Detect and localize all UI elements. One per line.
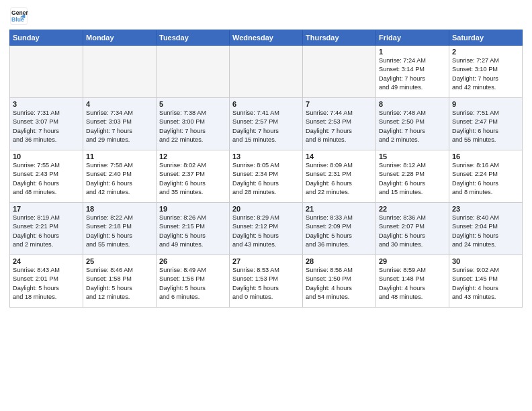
calendar-cell [10, 46, 83, 98]
weekday-header-row: SundayMondayTuesdayWednesdayThursdayFrid… [10, 30, 523, 46]
week-row-4: 17Sunrise: 8:19 AM Sunset: 2:21 PM Dayli… [10, 203, 523, 255]
day-number: 6 [232, 100, 300, 108]
week-row-2: 3Sunrise: 7:31 AM Sunset: 3:07 PM Daylig… [10, 98, 523, 150]
day-number: 1 [379, 48, 446, 56]
day-info: Sunrise: 8:12 AM Sunset: 2:28 PM Dayligh… [379, 161, 446, 197]
day-info: Sunrise: 8:26 AM Sunset: 2:15 PM Dayligh… [159, 214, 226, 249]
day-number: 12 [159, 152, 226, 161]
day-number: 17 [13, 205, 80, 213]
calendar-cell: 29Sunrise: 8:59 AM Sunset: 1:48 PM Dayli… [376, 255, 449, 308]
day-number: 2 [452, 48, 519, 56]
day-info: Sunrise: 7:38 AM Sunset: 3:00 PM Dayligh… [159, 109, 226, 144]
day-number: 7 [306, 100, 373, 108]
day-info: Sunrise: 9:02 AM Sunset: 1:45 PM Dayligh… [452, 266, 519, 302]
day-number: 5 [159, 100, 226, 108]
calendar-cell: 23Sunrise: 8:40 AM Sunset: 2:04 PM Dayli… [449, 203, 523, 255]
day-info: Sunrise: 8:53 AM Sunset: 1:53 PM Dayligh… [232, 266, 300, 302]
calendar-cell: 1Sunrise: 7:24 AM Sunset: 3:14 PM Daylig… [376, 46, 449, 98]
calendar-cell: 25Sunrise: 8:46 AM Sunset: 1:58 PM Dayli… [83, 255, 157, 308]
week-row-3: 10Sunrise: 7:55 AM Sunset: 2:43 PM Dayli… [10, 150, 523, 203]
calendar-cell [83, 46, 157, 98]
calendar-cell: 6Sunrise: 7:41 AM Sunset: 2:57 PM Daylig… [230, 98, 303, 150]
weekday-header-sunday: Sunday [10, 30, 83, 46]
day-info: Sunrise: 8:29 AM Sunset: 2:12 PM Dayligh… [232, 214, 300, 249]
calendar-cell [230, 46, 303, 98]
day-info: Sunrise: 7:55 AM Sunset: 2:43 PM Dayligh… [13, 161, 80, 197]
day-info: Sunrise: 7:34 AM Sunset: 3:03 PM Dayligh… [86, 109, 153, 144]
calendar-cell [303, 46, 376, 98]
day-number: 29 [379, 257, 446, 265]
calendar-cell: 14Sunrise: 8:09 AM Sunset: 2:31 PM Dayli… [303, 150, 376, 203]
day-number: 13 [232, 152, 300, 161]
calendar-cell: 7Sunrise: 7:44 AM Sunset: 2:53 PM Daylig… [303, 98, 376, 150]
weekday-header-friday: Friday [376, 30, 449, 46]
calendar-cell: 3Sunrise: 7:31 AM Sunset: 3:07 PM Daylig… [10, 98, 83, 150]
calendar-cell: 12Sunrise: 8:02 AM Sunset: 2:37 PM Dayli… [157, 150, 230, 203]
svg-text:Blue: Blue [11, 16, 24, 23]
calendar-cell: 28Sunrise: 8:56 AM Sunset: 1:50 PM Dayli… [303, 255, 376, 308]
calendar-cell: 24Sunrise: 8:43 AM Sunset: 2:01 PM Dayli… [10, 255, 83, 308]
day-number: 19 [159, 205, 226, 213]
weekday-header-wednesday: Wednesday [230, 30, 303, 46]
day-number: 9 [452, 100, 519, 108]
day-info: Sunrise: 7:31 AM Sunset: 3:07 PM Dayligh… [13, 109, 80, 144]
day-number: 28 [306, 257, 373, 265]
day-number: 15 [379, 152, 446, 161]
day-info: Sunrise: 8:09 AM Sunset: 2:31 PM Dayligh… [306, 161, 373, 197]
calendar-cell: 5Sunrise: 7:38 AM Sunset: 3:00 PM Daylig… [157, 98, 230, 150]
calendar-cell: 20Sunrise: 8:29 AM Sunset: 2:12 PM Dayli… [230, 203, 303, 255]
weekday-header-monday: Monday [83, 30, 157, 46]
day-number: 20 [232, 205, 300, 213]
day-info: Sunrise: 7:58 AM Sunset: 2:40 PM Dayligh… [86, 161, 153, 197]
day-info: Sunrise: 8:02 AM Sunset: 2:37 PM Dayligh… [159, 161, 226, 197]
day-number: 21 [306, 205, 373, 213]
calendar-cell: 9Sunrise: 7:51 AM Sunset: 2:47 PM Daylig… [449, 98, 523, 150]
day-info: Sunrise: 7:41 AM Sunset: 2:57 PM Dayligh… [232, 109, 300, 144]
calendar-cell: 2Sunrise: 7:27 AM Sunset: 3:10 PM Daylig… [449, 46, 523, 98]
day-info: Sunrise: 8:43 AM Sunset: 2:01 PM Dayligh… [13, 266, 80, 302]
calendar-cell: 17Sunrise: 8:19 AM Sunset: 2:21 PM Dayli… [10, 203, 83, 255]
day-info: Sunrise: 8:46 AM Sunset: 1:58 PM Dayligh… [86, 266, 153, 302]
day-info: Sunrise: 7:51 AM Sunset: 2:47 PM Dayligh… [452, 109, 519, 144]
week-row-1: 1Sunrise: 7:24 AM Sunset: 3:14 PM Daylig… [10, 46, 523, 98]
day-number: 8 [379, 100, 446, 108]
day-number: 3 [13, 100, 80, 108]
day-info: Sunrise: 8:05 AM Sunset: 2:34 PM Dayligh… [232, 161, 300, 197]
day-number: 26 [159, 257, 226, 265]
calendar-cell: 18Sunrise: 8:22 AM Sunset: 2:18 PM Dayli… [83, 203, 157, 255]
calendar-cell: 16Sunrise: 8:16 AM Sunset: 2:24 PM Dayli… [449, 150, 523, 203]
day-info: Sunrise: 7:48 AM Sunset: 2:50 PM Dayligh… [379, 109, 446, 144]
day-info: Sunrise: 7:27 AM Sunset: 3:10 PM Dayligh… [452, 56, 519, 92]
day-number: 24 [13, 257, 80, 265]
day-info: Sunrise: 8:19 AM Sunset: 2:21 PM Dayligh… [13, 214, 80, 249]
calendar-cell: 22Sunrise: 8:36 AM Sunset: 2:07 PM Dayli… [376, 203, 449, 255]
calendar-cell: 13Sunrise: 8:05 AM Sunset: 2:34 PM Dayli… [230, 150, 303, 203]
day-number: 10 [13, 152, 80, 161]
day-info: Sunrise: 7:24 AM Sunset: 3:14 PM Dayligh… [379, 56, 446, 92]
day-info: Sunrise: 8:33 AM Sunset: 2:09 PM Dayligh… [306, 214, 373, 249]
day-info: Sunrise: 8:40 AM Sunset: 2:04 PM Dayligh… [452, 214, 519, 249]
day-info: Sunrise: 8:36 AM Sunset: 2:07 PM Dayligh… [379, 214, 446, 249]
day-number: 22 [379, 205, 446, 213]
calendar-cell: 10Sunrise: 7:55 AM Sunset: 2:43 PM Dayli… [10, 150, 83, 203]
header: General Blue [9, 7, 523, 26]
day-number: 30 [452, 257, 519, 265]
logo: General Blue [9, 7, 28, 26]
logo-icon: General Blue [9, 7, 28, 26]
day-number: 18 [86, 205, 153, 213]
week-row-5: 24Sunrise: 8:43 AM Sunset: 2:01 PM Dayli… [10, 255, 523, 308]
day-info: Sunrise: 8:22 AM Sunset: 2:18 PM Dayligh… [86, 214, 153, 249]
day-info: Sunrise: 8:56 AM Sunset: 1:50 PM Dayligh… [306, 266, 373, 302]
day-number: 11 [86, 152, 153, 161]
day-info: Sunrise: 7:44 AM Sunset: 2:53 PM Dayligh… [306, 109, 373, 144]
calendar-cell: 26Sunrise: 8:49 AM Sunset: 1:56 PM Dayli… [157, 255, 230, 308]
day-number: 4 [86, 100, 153, 108]
calendar-cell: 19Sunrise: 8:26 AM Sunset: 2:15 PM Dayli… [157, 203, 230, 255]
day-number: 25 [86, 257, 153, 265]
day-info: Sunrise: 8:16 AM Sunset: 2:24 PM Dayligh… [452, 161, 519, 197]
weekday-header-tuesday: Tuesday [157, 30, 230, 46]
day-info: Sunrise: 8:59 AM Sunset: 1:48 PM Dayligh… [379, 266, 446, 302]
calendar-cell: 21Sunrise: 8:33 AM Sunset: 2:09 PM Dayli… [303, 203, 376, 255]
calendar-cell [157, 46, 230, 98]
calendar-table: SundayMondayTuesdayWednesdayThursdayFrid… [9, 30, 523, 308]
